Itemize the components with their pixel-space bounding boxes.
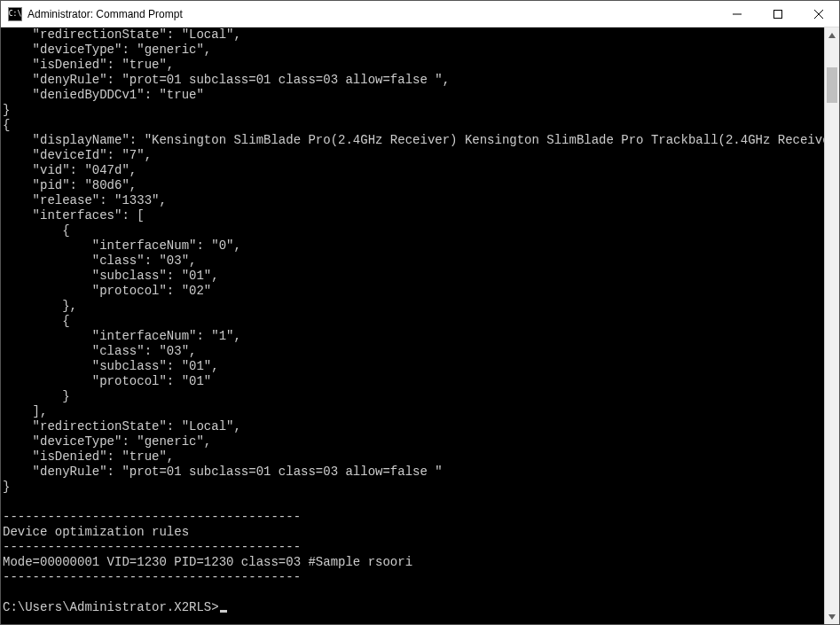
console-line — [3, 585, 824, 600]
console-line: "deviceType": "generic", — [3, 434, 824, 449]
prompt-line[interactable]: C:\Users\Administrator.X2RLS> — [3, 600, 824, 615]
console-line: "redirectionState": "Local", — [3, 27, 824, 43]
console-line: { — [3, 314, 824, 329]
close-icon — [814, 10, 823, 19]
console-line: } — [3, 480, 824, 495]
console-line: } — [3, 389, 824, 404]
console-line: } — [3, 103, 824, 118]
svg-rect-1 — [774, 10, 782, 18]
scrollbar-thumb[interactable] — [827, 67, 837, 103]
window-controls — [717, 1, 839, 27]
console-line: ---------------------------------------- — [3, 510, 824, 525]
maximize-icon — [773, 10, 782, 19]
console-line: "displayName": "Kensington SlimBlade Pro… — [3, 133, 824, 148]
console-line: "protocol": "01" — [3, 374, 824, 389]
console-line: ---------------------------------------- — [3, 570, 824, 585]
console-line: "interfaceNum": "1", — [3, 329, 824, 344]
minimize-button[interactable] — [717, 1, 758, 27]
console-line: "redirectionState": "Local", — [3, 419, 824, 434]
console-line: "deviceId": "7", — [3, 148, 824, 163]
titlebar[interactable]: C:\ Administrator: Command Prompt — [1, 1, 839, 27]
console-line: "isDenied": "true", — [3, 449, 824, 465]
console-line: "protocol": "02" — [3, 284, 824, 299]
console-line: "subclass": "01", — [3, 269, 824, 284]
console-output[interactable]: "redirectionState": "Local", "deviceType… — [1, 27, 824, 624]
cursor — [220, 610, 227, 613]
cmd-icon: C:\ — [8, 7, 22, 21]
console-line: "interfaceNum": "0", — [3, 238, 824, 254]
console-line: "deviceType": "generic", — [3, 43, 824, 58]
console-line: "denyRule": "prot=01 subclass=01 class=0… — [3, 73, 824, 88]
console-line: }, — [3, 299, 824, 314]
console-line — [3, 495, 824, 510]
console-line: Mode=00000001 VID=1230 PID=1230 class=03… — [3, 555, 824, 570]
console-line: "isDenied": "true", — [3, 58, 824, 73]
console-line: Device optimization rules — [3, 525, 824, 540]
console-line: "class": "03", — [3, 344, 824, 359]
console-line: { — [3, 223, 824, 238]
vertical-scrollbar[interactable] — [824, 27, 839, 624]
console-line: "class": "03", — [3, 254, 824, 269]
close-button[interactable] — [798, 1, 839, 27]
scroll-up-arrow-icon[interactable] — [825, 27, 839, 43]
console-line: "pid": "80d6", — [3, 178, 824, 193]
console-line: "denyRule": "prot=01 subclass=01 class=0… — [3, 465, 824, 480]
scroll-down-arrow-icon[interactable] — [825, 609, 839, 624]
console-line: ---------------------------------------- — [3, 540, 824, 555]
console-container: "redirectionState": "Local", "deviceType… — [1, 27, 839, 624]
minimize-icon — [733, 10, 742, 19]
console-line: "deniedByDDCv1": "true" — [3, 88, 824, 103]
console-line: "interfaces": [ — [3, 208, 824, 223]
maximize-button[interactable] — [758, 1, 798, 27]
window-title: Administrator: Command Prompt — [27, 8, 183, 20]
console-line: ], — [3, 404, 824, 419]
prompt-text: C:\Users\Administrator.X2RLS> — [3, 600, 219, 614]
console-line: { — [3, 118, 824, 133]
console-line: "subclass": "01", — [3, 359, 824, 374]
console-line: "release": "1333", — [3, 193, 824, 208]
console-line: "vid": "047d", — [3, 163, 824, 178]
